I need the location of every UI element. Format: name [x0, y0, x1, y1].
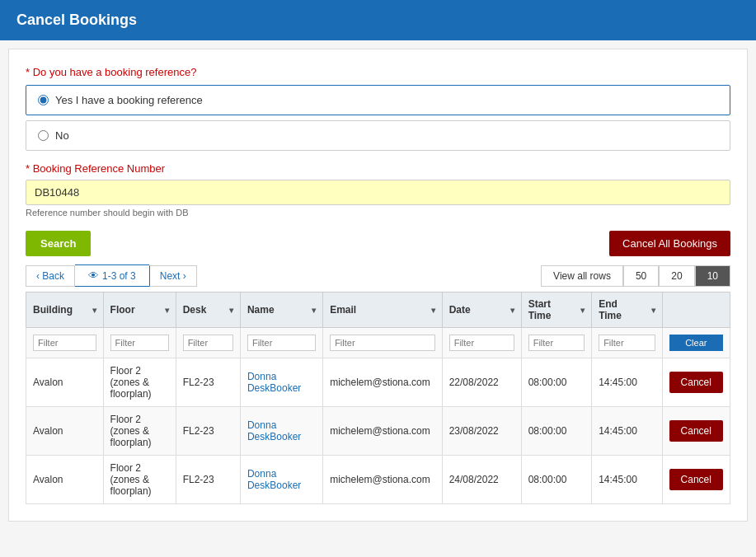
filter-building[interactable] — [33, 335, 96, 351]
col-date-label: Date — [449, 304, 471, 316]
cell-start-0: 08:00:00 — [521, 358, 591, 407]
booking-ref-input[interactable] — [26, 180, 730, 205]
left-pagination: ‹ Back 👁 1-3 of 3 Next › — [26, 264, 197, 287]
cell-desk-1: FL2-23 — [176, 407, 240, 456]
table-header-row: Building ▾ Floor ▾ Desk ▾ — [26, 293, 730, 328]
bookings-table: Building ▾ Floor ▾ Desk ▾ — [26, 292, 730, 504]
filter-email[interactable] — [330, 335, 435, 351]
cell-cancel-2: Cancel — [662, 456, 730, 504]
filter-start[interactable] — [528, 335, 585, 351]
header-title: Cancel Bookings — [16, 12, 137, 28]
cell-name-2: Donna DeskBooker — [240, 456, 322, 504]
clear-filter-button[interactable]: Clear — [669, 335, 723, 351]
cancel-all-button[interactable]: Cancel All Bookings — [609, 231, 730, 256]
col-name-label: Name — [247, 304, 275, 316]
name-sort-icon[interactable]: ▾ — [312, 306, 316, 315]
cell-start-1: 08:00:00 — [521, 407, 591, 456]
cell-floor-2: Floor 2 (zones & floorplan) — [103, 456, 176, 504]
eye-icon: 👁 — [88, 269, 99, 282]
building-sort-icon[interactable]: ▾ — [92, 306, 96, 315]
cell-name-0: Donna DeskBooker — [240, 358, 322, 407]
floor-sort-icon[interactable]: ▾ — [165, 306, 169, 315]
question-label: * Do you have a booking reference? — [26, 66, 730, 78]
radio-no-input[interactable] — [38, 130, 49, 141]
desk-sort-icon[interactable]: ▾ — [229, 306, 233, 315]
cell-cancel-1: Cancel — [662, 407, 730, 456]
col-name: Name ▾ — [240, 293, 322, 328]
page-info: 👁 1-3 of 3 — [75, 264, 149, 287]
col-action — [662, 293, 730, 328]
cell-name-1: Donna DeskBooker — [240, 407, 322, 456]
date-sort-icon[interactable]: ▾ — [510, 306, 514, 315]
cancel-row-button-2[interactable]: Cancel — [669, 469, 723, 490]
filter-desk[interactable] — [183, 335, 233, 351]
rows-selector: View all rows 50 20 10 — [541, 265, 730, 287]
ref-field-label: * Booking Reference Number — [26, 162, 730, 175]
cell-date-0: 22/08/2022 — [442, 358, 521, 407]
name-link-2[interactable]: Donna DeskBooker — [247, 468, 301, 491]
cell-floor-1: Floor 2 (zones & floorplan) — [103, 407, 176, 456]
col-floor-label: Floor — [110, 304, 135, 316]
rows-50-button[interactable]: 50 — [623, 265, 659, 287]
radio-yes-input[interactable] — [38, 95, 49, 105]
filter-floor[interactable] — [110, 335, 169, 351]
col-desk: Desk ▾ — [176, 293, 240, 328]
col-end-time-label: EndTime — [599, 298, 622, 321]
cell-end-1: 14:45:00 — [592, 407, 662, 456]
radio-no-option[interactable]: No — [26, 120, 730, 151]
cell-email-0: michelem@stiona.com — [323, 358, 443, 407]
pagination-bar: ‹ Back 👁 1-3 of 3 Next › View all rows 5… — [26, 264, 730, 287]
cell-building-0: Avalon — [26, 358, 104, 407]
cell-email-1: michelem@stiona.com — [323, 407, 443, 456]
cell-end-2: 14:45:00 — [592, 456, 662, 504]
col-desk-label: Desk — [183, 304, 207, 316]
cell-building-2: Avalon — [26, 456, 104, 504]
cell-end-0: 14:45:00 — [592, 358, 662, 407]
cell-date-1: 23/08/2022 — [442, 407, 521, 456]
header: Cancel Bookings — [0, 0, 756, 40]
table-row: Avalon Floor 2 (zones & floorplan) FL2-2… — [26, 456, 730, 504]
cancel-row-button-1[interactable]: Cancel — [669, 420, 723, 442]
radio-no-label: No — [55, 129, 69, 142]
view-all-button[interactable]: View all rows — [541, 265, 623, 287]
ref-hint: Reference number should begin with DB — [26, 208, 730, 218]
cancel-row-button-0[interactable]: Cancel — [669, 372, 723, 393]
back-button[interactable]: ‹ Back — [26, 265, 75, 287]
next-button[interactable]: Next › — [149, 265, 197, 287]
radio-yes-option[interactable]: Yes I have a booking reference — [26, 85, 730, 115]
col-building: Building ▾ — [26, 293, 104, 328]
filter-date[interactable] — [449, 335, 514, 351]
table-body: Avalon Floor 2 (zones & floorplan) FL2-2… — [26, 358, 730, 504]
table-row: Avalon Floor 2 (zones & floorplan) FL2-2… — [26, 358, 730, 407]
cell-email-2: michelem@stiona.com — [323, 456, 443, 504]
page-count: 1-3 of 3 — [102, 270, 136, 282]
radio-yes-label: Yes I have a booking reference — [55, 94, 203, 106]
filter-row: Clear — [26, 328, 730, 358]
filter-name[interactable] — [247, 335, 316, 351]
col-building-label: Building — [33, 304, 73, 316]
search-button[interactable]: Search — [26, 231, 91, 256]
cell-building-1: Avalon — [26, 407, 104, 456]
col-start-time: StartTime ▾ — [521, 293, 591, 328]
col-email-label: Email — [330, 304, 356, 316]
rows-20-button[interactable]: 20 — [659, 265, 694, 287]
table-row: Avalon Floor 2 (zones & floorplan) FL2-2… — [26, 407, 730, 456]
cell-start-2: 08:00:00 — [521, 456, 591, 504]
start-sort-icon[interactable]: ▾ — [580, 306, 585, 315]
col-email: Email ▾ — [323, 293, 443, 328]
col-start-time-label: StartTime — [528, 298, 552, 321]
name-link-0[interactable]: Donna DeskBooker — [247, 371, 301, 394]
rows-10-button[interactable]: 10 — [695, 265, 730, 287]
cell-desk-2: FL2-23 — [176, 456, 240, 504]
col-floor: Floor ▾ — [103, 293, 176, 328]
toolbar: Search Cancel All Bookings — [26, 231, 730, 256]
filter-end[interactable] — [599, 335, 655, 351]
cell-floor-0: Floor 2 (zones & floorplan) — [103, 358, 176, 407]
name-link-1[interactable]: Donna DeskBooker — [247, 419, 301, 442]
end-sort-icon[interactable]: ▾ — [651, 306, 655, 315]
col-date: Date ▾ — [442, 293, 521, 328]
cell-date-2: 24/08/2022 — [442, 456, 521, 504]
email-sort-icon[interactable]: ▾ — [431, 306, 435, 315]
cell-desk-0: FL2-23 — [176, 358, 240, 407]
col-end-time: EndTime ▾ — [592, 293, 662, 328]
